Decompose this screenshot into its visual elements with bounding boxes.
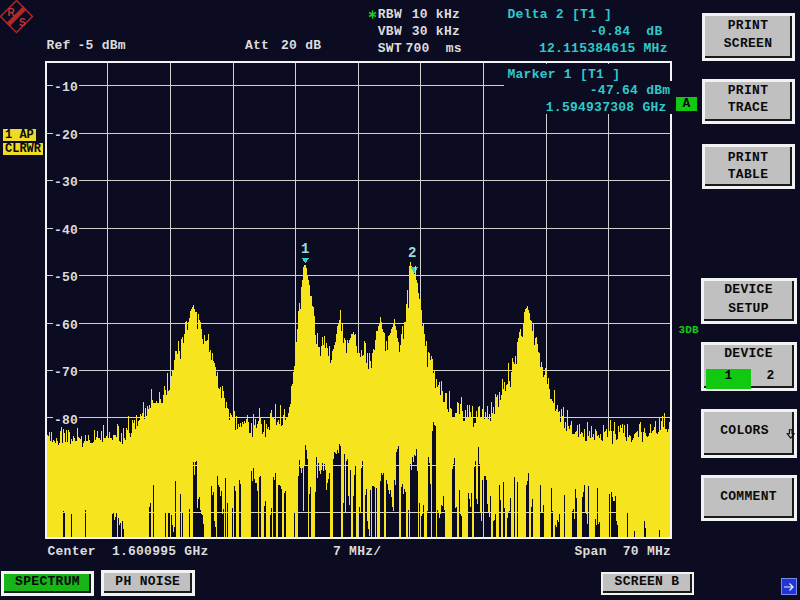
svg-text:S: S (19, 17, 26, 28)
svg-text:R: R (8, 7, 16, 18)
